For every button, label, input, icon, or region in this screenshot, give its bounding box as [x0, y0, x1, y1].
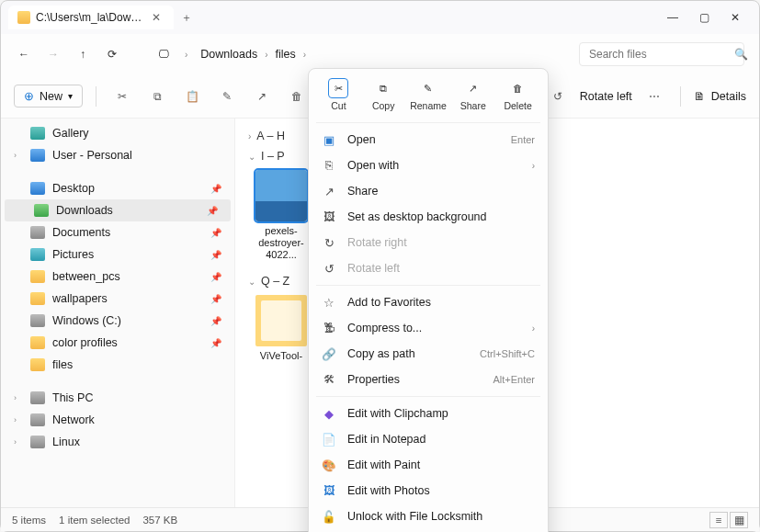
ctx-rotate-right: ↻Rotate right: [314, 230, 542, 255]
ctx-open[interactable]: ▣OpenEnter: [314, 127, 542, 153]
pin-icon: 📌: [207, 206, 218, 216]
sidebar-item-linux[interactable]: ›Linux: [1, 431, 234, 453]
sidebar-item-this-pc[interactable]: ›This PC: [1, 387, 234, 409]
status-selection: 1 item selected: [59, 515, 130, 526]
file-name: ViVeTool-: [260, 350, 302, 361]
ctx-open-with[interactable]: ⎘Open with›: [314, 153, 542, 178]
ctx-copy-button[interactable]: ⧉Copy: [363, 78, 403, 111]
rename-icon[interactable]: ✎: [214, 84, 240, 109]
monitor-icon[interactable]: 🖵: [155, 48, 172, 61]
pin-icon: 📌: [210, 294, 221, 304]
ctx-share-button[interactable]: ↗Share: [453, 78, 493, 111]
maximize-button[interactable]: ▢: [697, 11, 711, 24]
ctx-copy-path[interactable]: 🔗Copy as pathCtrl+Shift+C: [314, 341, 542, 367]
cloud-icon: [30, 149, 45, 162]
paste-icon[interactable]: 📋: [179, 84, 205, 109]
crumb-files[interactable]: files: [276, 48, 296, 61]
ctx-rotate-left: ↺Rotate left: [314, 255, 542, 281]
zip-icon: 🗜: [322, 321, 336, 335]
details-button[interactable]: 🗎 Details: [694, 90, 746, 103]
ctx-add-favorites[interactable]: ☆Add to Favorites: [314, 289, 542, 315]
forward-button[interactable]: →: [45, 48, 62, 61]
photos-icon: 🖼: [322, 483, 336, 498]
grid-view-icon[interactable]: ▦: [730, 512, 748, 528]
gallery-icon: [30, 127, 45, 140]
open-with-icon: ⎘: [322, 158, 336, 173]
search-input[interactable]: [589, 48, 727, 61]
more-button[interactable]: ⋯: [641, 84, 667, 109]
breadcrumb[interactable]: Downloads › files ›: [200, 48, 306, 61]
chevron-right-icon: ›: [303, 50, 306, 60]
details-label: Details: [711, 90, 746, 103]
ctx-rename-button[interactable]: ✎Rename: [408, 78, 448, 111]
file-tile-photo[interactable]: pexels-destroyer-4022...: [248, 170, 314, 262]
lock-icon: 🔓: [322, 509, 336, 524]
refresh-button[interactable]: ⟳: [104, 48, 120, 61]
share-icon: ↗: [463, 78, 483, 98]
back-button[interactable]: ←: [16, 48, 32, 61]
list-view-icon[interactable]: ≡: [709, 512, 728, 528]
chevron-right-icon: ›: [532, 161, 535, 171]
ctx-edit-clipchamp[interactable]: ◆Edit with Clipchamp: [314, 401, 542, 426]
ctx-cut-button[interactable]: ✂Cut: [318, 78, 358, 111]
link-icon: 🔗: [322, 346, 336, 361]
chevron-right-icon: ›: [185, 50, 187, 60]
folder-icon: [30, 270, 45, 283]
copy-icon[interactable]: ⧉: [144, 84, 170, 109]
sidebar-item-network[interactable]: ›Network: [1, 409, 234, 431]
up-button[interactable]: ↑: [74, 48, 91, 61]
sidebar: Gallery ›User - Personal Desktop📌 Downlo…: [1, 119, 235, 507]
desktop-icon: [30, 182, 45, 195]
sidebar-item-wallpapers[interactable]: wallpapers📌: [1, 288, 234, 310]
file-tile-folder[interactable]: ViVeTool-: [248, 295, 314, 362]
close-tab-icon[interactable]: ✕: [152, 11, 164, 24]
rename-icon: ✎: [418, 78, 438, 98]
ctx-delete-button[interactable]: 🗑Delete: [498, 78, 539, 111]
paint-icon: 🎨: [322, 458, 336, 472]
ctx-properties[interactable]: 🛠PropertiesAlt+Enter: [314, 367, 542, 392]
pictures-icon: [30, 248, 45, 261]
ctx-edit-paint[interactable]: 🎨Edit with Paint: [314, 452, 542, 478]
sidebar-item-documents[interactable]: Documents📌: [1, 221, 234, 243]
new-tab-button[interactable]: ＋: [181, 10, 192, 26]
sidebar-item-between-pcs[interactable]: between_pcs📌: [1, 266, 234, 288]
sidebar-item-user[interactable]: ›User - Personal: [1, 144, 234, 166]
delete-icon[interactable]: 🗑: [284, 84, 310, 109]
cut-icon: ✂: [328, 78, 348, 98]
minimize-button[interactable]: —: [665, 11, 680, 24]
sidebar-item-color-profiles[interactable]: color profiles📌: [1, 332, 234, 354]
rotate-left-label[interactable]: Rotate left: [580, 90, 632, 103]
search-icon[interactable]: 🔍: [734, 48, 748, 61]
search-box[interactable]: 🔍: [579, 42, 744, 66]
sidebar-item-desktop[interactable]: Desktop📌: [1, 177, 234, 199]
cut-icon[interactable]: ✂: [109, 84, 135, 109]
ctx-share[interactable]: ↗Share: [314, 178, 542, 204]
thumbnail: [255, 295, 307, 346]
sidebar-item-downloads[interactable]: Downloads📌: [5, 199, 231, 221]
folder-icon: [17, 11, 30, 24]
ctx-compress[interactable]: 🗜Compress to...›: [314, 315, 542, 341]
rotate-right-icon: ↻: [322, 235, 336, 250]
sidebar-item-pictures[interactable]: Pictures📌: [1, 243, 234, 266]
folder-icon: [30, 336, 45, 349]
close-button[interactable]: ✕: [728, 11, 743, 24]
sidebar-item-windows-c[interactable]: Windows (C:)📌: [1, 310, 234, 332]
view-toggle[interactable]: ≡ ▦: [709, 512, 748, 528]
ctx-edit-photos[interactable]: 🖼Edit with Photos: [314, 478, 542, 504]
network-icon: [30, 413, 45, 426]
linux-icon: [30, 436, 45, 448]
pin-icon: 📌: [210, 250, 221, 260]
sidebar-item-gallery[interactable]: Gallery: [1, 122, 234, 144]
ctx-edit-notepad[interactable]: 📄Edit in Notepad: [314, 426, 542, 452]
chevron-right-icon: ›: [532, 323, 535, 334]
pin-icon: 📌: [210, 338, 221, 348]
new-button[interactable]: ⊕ New ▾: [14, 85, 83, 108]
ctx-set-background[interactable]: 🖼Set as desktop background: [314, 204, 542, 230]
properties-icon: 🛠: [322, 372, 336, 387]
tab[interactable]: C:\Users\m_la\Downloads\file ✕: [8, 6, 174, 29]
window-controls: — ▢ ✕: [665, 11, 752, 24]
share-icon[interactable]: ↗: [249, 84, 275, 109]
crumb-downloads[interactable]: Downloads: [200, 48, 257, 61]
ctx-unlock-locksmith[interactable]: 🔓Unlock with File Locksmith: [314, 504, 542, 529]
sidebar-item-files[interactable]: files: [1, 354, 234, 376]
